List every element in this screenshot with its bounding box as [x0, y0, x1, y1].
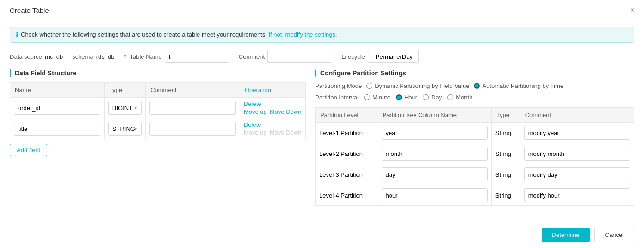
field-type-select-2[interactable]: STRING BIGINT INT DOUBLE	[108, 122, 142, 136]
field-comment-input-2[interactable]	[149, 122, 236, 136]
partitioning-mode-row: Partitioning Mode Dynamic Partitioning b…	[315, 82, 634, 89]
table-row: BIGINT STRING INT DOUBLE ▼	[10, 98, 306, 118]
comment-item: Comment	[239, 50, 332, 63]
partition-level-4: Level-4 Partition	[316, 185, 378, 206]
partition-type-1: String	[491, 123, 520, 143]
field-comment-cell	[146, 98, 240, 118]
add-field-button[interactable]: Add field	[10, 144, 47, 156]
minute-interval-label[interactable]: Minute	[364, 94, 390, 101]
close-button[interactable]: ×	[630, 6, 634, 14]
day-interval-radio[interactable]	[423, 94, 429, 100]
month-interval-text: Month	[456, 94, 472, 101]
info-icon: ℹ	[16, 31, 18, 38]
move-up-link-2: Move up	[244, 129, 267, 136]
partition-row-4: Level-4 Partition String	[316, 185, 634, 206]
partition-row-2: Level-2 Partition String	[316, 143, 634, 164]
info-banner: ℹ Check whether the following settings t…	[10, 27, 634, 43]
dynamic-partition-radio[interactable]	[366, 83, 372, 89]
partition-level-1: Level-1 Partition	[316, 123, 378, 143]
partition-interval-row: Partition Interval Minute Hour Day Month	[315, 94, 634, 101]
partition-comment-input-2[interactable]	[524, 147, 630, 161]
datasource-item: Data source mc_db	[10, 53, 63, 60]
partition-interval-label: Partition Interval	[315, 94, 359, 101]
partition-comment-input-4[interactable]	[524, 188, 630, 202]
hour-interval-radio[interactable]	[396, 94, 402, 100]
partition-key-input-3[interactable]	[382, 167, 488, 181]
field-name-cell	[10, 98, 105, 118]
cancel-button[interactable]: Cancel	[594, 228, 634, 242]
tablename-input[interactable]	[165, 50, 229, 63]
field-name-input-1[interactable]	[14, 101, 100, 115]
automatic-partition-label[interactable]: Automatic Partitioning by Time	[474, 82, 564, 89]
month-interval-label[interactable]: Month	[447, 94, 472, 101]
day-interval-text: Day	[431, 94, 442, 101]
move-down-link-1[interactable]: Move Down	[270, 108, 302, 115]
field-ops-cell: Delete Move up Move Down	[240, 118, 305, 139]
delete-link-1[interactable]: Delete	[244, 100, 302, 107]
datasource-value: mc_db	[45, 53, 63, 60]
field-type-select-1[interactable]: BIGINT STRING INT DOUBLE	[108, 101, 142, 115]
partition-col-key: Partition Key Column Name	[378, 108, 491, 123]
hour-interval-label[interactable]: Hour	[396, 94, 417, 101]
partition-comment-cell-1	[520, 123, 634, 143]
partition-comment-input-1[interactable]	[524, 126, 630, 140]
field-ops-cell: Delete Move up Move Down	[240, 98, 305, 118]
datasource-label: Data source	[10, 53, 42, 60]
determine-button[interactable]: Determine	[542, 228, 590, 242]
table-row: STRING BIGINT INT DOUBLE ▼	[10, 118, 306, 139]
tablename-label: Table Name	[130, 53, 161, 60]
partition-col-comment: Comment	[520, 108, 634, 123]
main-content: Data Field Structure Name Type Comment O…	[0, 66, 644, 222]
dialog-footer: Determine Cancel	[0, 222, 644, 248]
comment-input[interactable]	[267, 50, 332, 63]
partition-key-input-1[interactable]	[382, 126, 488, 140]
day-interval-label[interactable]: Day	[423, 94, 442, 101]
partition-comment-cell-2	[520, 143, 634, 164]
left-panel: Data Field Structure Name Type Comment O…	[10, 66, 306, 217]
move-up-link-1[interactable]: Move up	[244, 108, 267, 115]
partition-key-input-4[interactable]	[382, 188, 488, 202]
lifecycle-item: Lifecycle	[341, 50, 419, 63]
partition-comment-input-3[interactable]	[524, 167, 630, 181]
banner-text: Check whether the following settings tha…	[21, 31, 337, 38]
partition-key-input-2[interactable]	[382, 147, 488, 161]
dialog-title: Create Table	[10, 6, 49, 14]
field-name-input-2[interactable]	[14, 122, 100, 136]
op-links-1: Delete Move up Move Down	[244, 100, 302, 115]
field-comment-cell	[146, 118, 240, 139]
move-down-link-2: Move Down	[270, 129, 302, 136]
lifecycle-input[interactable]	[368, 50, 419, 63]
right-panel: Configure Partition Settings Partitionin…	[315, 66, 634, 217]
col-comment: Comment	[146, 83, 240, 98]
col-type: Type	[104, 83, 145, 98]
type-select-wrap-1: BIGINT STRING INT DOUBLE ▼	[108, 101, 142, 115]
automatic-partition-text: Automatic Partitioning by Time	[482, 82, 564, 89]
hour-interval-text: Hour	[404, 94, 417, 101]
month-interval-radio[interactable]	[447, 94, 453, 100]
field-comment-input-1[interactable]	[149, 101, 236, 115]
field-type-cell: STRING BIGINT INT DOUBLE ▼	[104, 118, 145, 139]
partition-level-2: Level-2 Partition	[316, 143, 378, 164]
col-operation: Operation	[240, 83, 305, 98]
schema-value: rds_db	[96, 53, 115, 60]
data-field-section-title: Data Field Structure	[10, 69, 306, 77]
schema-label: schema	[72, 53, 93, 60]
partition-comment-cell-4	[520, 185, 634, 206]
partition-key-cell-3	[378, 164, 491, 185]
partition-row-1: Level-1 Partition String	[316, 123, 634, 143]
schema-item: schema rds_db	[72, 53, 114, 60]
minute-interval-radio[interactable]	[364, 94, 370, 100]
partition-table: Partition Level Partition Key Column Nam…	[315, 107, 634, 206]
partition-col-type: Type	[491, 108, 520, 123]
partition-type-3: String	[491, 164, 520, 185]
partition-level-3: Level-3 Partition	[316, 164, 378, 185]
partition-comment-cell-3	[520, 164, 634, 185]
automatic-partition-radio[interactable]	[474, 83, 480, 89]
partition-key-cell-4	[378, 185, 491, 206]
create-table-dialog: Create Table × ℹ Check whether the follo…	[0, 0, 644, 248]
partition-type-4: String	[491, 185, 520, 206]
comment-label: Comment	[239, 53, 265, 60]
dynamic-partition-label[interactable]: Dynamic Partitioning by Field Value	[366, 82, 469, 89]
minute-interval-text: Minute	[372, 94, 390, 101]
delete-link-2[interactable]: Delete	[244, 121, 302, 128]
